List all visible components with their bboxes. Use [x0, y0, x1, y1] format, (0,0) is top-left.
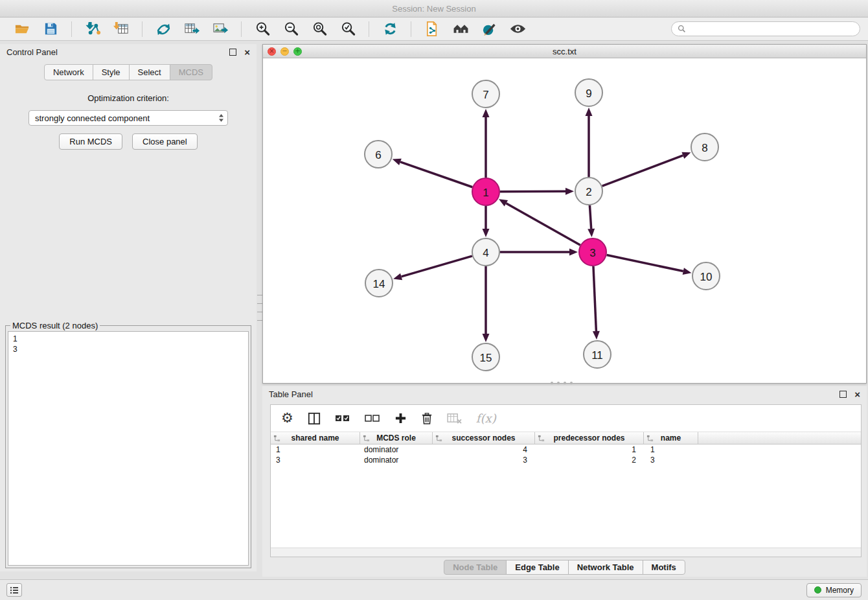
export-network-icon[interactable] [154, 19, 173, 39]
minimize-window-icon[interactable]: − [280, 47, 289, 56]
zoom-selected-icon[interactable] [338, 19, 358, 39]
open-folder-icon[interactable] [12, 19, 32, 39]
tab-network-table[interactable]: Network Table [568, 560, 643, 575]
graph-edge-1-6[interactable] [393, 159, 473, 187]
table-rows: 1dominator4113dominator323 [271, 444, 861, 465]
maximize-window-icon[interactable]: + [293, 47, 302, 56]
import-network-icon[interactable] [83, 19, 102, 39]
float-table-panel-icon[interactable] [839, 391, 847, 398]
graph-node-7[interactable]: 7 [472, 80, 499, 108]
graph-edge-3-1[interactable] [499, 199, 580, 245]
graph-node-15[interactable]: 15 [472, 343, 499, 371]
add-column-icon[interactable] [394, 412, 407, 424]
tab-edge-table[interactable]: Edge Table [506, 560, 568, 575]
tab-node-table[interactable]: Node Table [444, 560, 507, 575]
tab-network[interactable]: Network [44, 64, 93, 80]
graph-node-10[interactable]: 10 [692, 262, 720, 290]
export-image-icon[interactable] [211, 19, 230, 39]
tab-select[interactable]: Select [129, 64, 170, 80]
toolbar-separator [241, 21, 242, 37]
deselect-all-icon[interactable] [365, 413, 380, 424]
memory-button[interactable]: Memory [806, 583, 862, 597]
close-panel-icon[interactable]: × [244, 49, 250, 56]
graph-edge-2-3[interactable] [588, 205, 595, 237]
style-brush-icon[interactable] [479, 19, 499, 39]
graph-edge-4-3[interactable] [500, 249, 578, 256]
graph-node-11[interactable]: 11 [584, 341, 611, 368]
graph-edge-2-8[interactable] [602, 152, 691, 187]
table-row[interactable]: 1dominator411 [271, 444, 861, 455]
save-icon[interactable] [41, 19, 60, 39]
function-builder-icon[interactable]: f(x) [476, 411, 496, 425]
graph-node-1[interactable]: 1 [472, 178, 499, 205]
tab-motifs[interactable]: Motifs [643, 560, 685, 575]
table-panel: Table Panel × ⚙ [262, 386, 867, 577]
task-history-icon[interactable] [6, 583, 22, 597]
table-hscrollbar[interactable] [271, 548, 861, 557]
close-panel-button[interactable]: Close panel [132, 133, 198, 150]
tab-mcds[interactable]: MCDS [170, 64, 212, 80]
zoom-out-icon[interactable] [281, 19, 301, 39]
column-header-shared-name[interactable]: shared name [271, 432, 360, 444]
mcds-result-list[interactable]: 13 [8, 331, 249, 566]
search-input[interactable] [689, 25, 854, 34]
zoom-fit-icon[interactable] [310, 19, 329, 39]
close-table-panel-icon[interactable]: × [854, 391, 860, 398]
mcds-result-line: 3 [13, 344, 244, 354]
export-table-icon[interactable] [182, 19, 201, 39]
criterion-dropdown[interactable]: strongly connected component [29, 110, 228, 126]
delete-column-icon[interactable] [421, 412, 433, 425]
memory-label: Memory [826, 586, 854, 595]
graph-node-3[interactable]: 3 [579, 238, 606, 266]
column-type-icon [363, 435, 370, 442]
column-header-name[interactable]: name [644, 432, 698, 444]
graph-edge-3-11[interactable] [593, 266, 600, 340]
import-table-icon[interactable] [111, 19, 131, 39]
graph-node-2[interactable]: 2 [575, 178, 602, 205]
network-from-clipboard-icon[interactable] [422, 19, 442, 39]
eye-icon[interactable] [508, 19, 527, 39]
network-window-titlebar[interactable]: scc.txt × − + [263, 45, 866, 58]
table-panel-header: Table Panel × [262, 386, 867, 402]
delete-table-icon[interactable] [447, 412, 462, 424]
float-panel-icon[interactable] [229, 49, 236, 56]
gear-icon[interactable]: ⚙ [281, 411, 293, 425]
graph-edge-1-7[interactable] [483, 109, 490, 178]
vertical-splitter[interactable] [257, 295, 262, 321]
graph-edge-2-9[interactable] [586, 108, 593, 177]
columns-icon[interactable] [308, 412, 321, 425]
svg-text:9: 9 [586, 87, 591, 100]
column-header-MCDS-role[interactable]: MCDS role [360, 432, 433, 444]
select-all-icon[interactable] [335, 413, 350, 424]
table-cell: 2 [535, 455, 644, 465]
table-header-row: shared nameMCDS rolesuccessor nodesprede… [271, 432, 861, 444]
graph-edge-4-14[interactable] [393, 256, 472, 280]
svg-text:2: 2 [586, 186, 591, 198]
close-window-icon[interactable]: × [268, 47, 276, 56]
column-header-successor-nodes[interactable]: successor nodes [433, 432, 535, 444]
graph-node-9[interactable]: 9 [575, 79, 602, 106]
window-title: Session: New Session [392, 4, 475, 14]
table-cell: 1 [535, 444, 644, 455]
run-mcds-button[interactable]: Run MCDS [59, 133, 122, 150]
graph-node-4[interactable]: 4 [472, 238, 499, 266]
graph-node-6[interactable]: 6 [365, 141, 392, 168]
graph-edge-4-15[interactable] [483, 266, 490, 342]
refresh-icon[interactable] [380, 19, 400, 39]
network-canvas[interactable]: 7968124314101511 [263, 58, 866, 382]
home-icon[interactable] [451, 19, 470, 39]
column-header-predecessor-nodes[interactable]: predecessor nodes [535, 432, 644, 444]
horizontal-splitter[interactable] [551, 382, 573, 385]
graph-edge-1-2[interactable] [500, 188, 574, 195]
table-cell: dominator [360, 455, 433, 465]
graph-node-8[interactable]: 8 [691, 133, 718, 161]
graph-edge-3-10[interactable] [607, 255, 692, 275]
graph-edge-1-4[interactable] [483, 206, 490, 237]
svg-text:14: 14 [373, 278, 385, 290]
table-row[interactable]: 3dominator323 [271, 455, 861, 465]
network-window: scc.txt × − + 7968124314101511 [262, 44, 867, 384]
zoom-in-icon[interactable] [253, 19, 272, 39]
search-field[interactable] [671, 21, 860, 36]
tab-style[interactable]: Style [93, 64, 130, 80]
graph-node-14[interactable]: 14 [365, 270, 393, 297]
